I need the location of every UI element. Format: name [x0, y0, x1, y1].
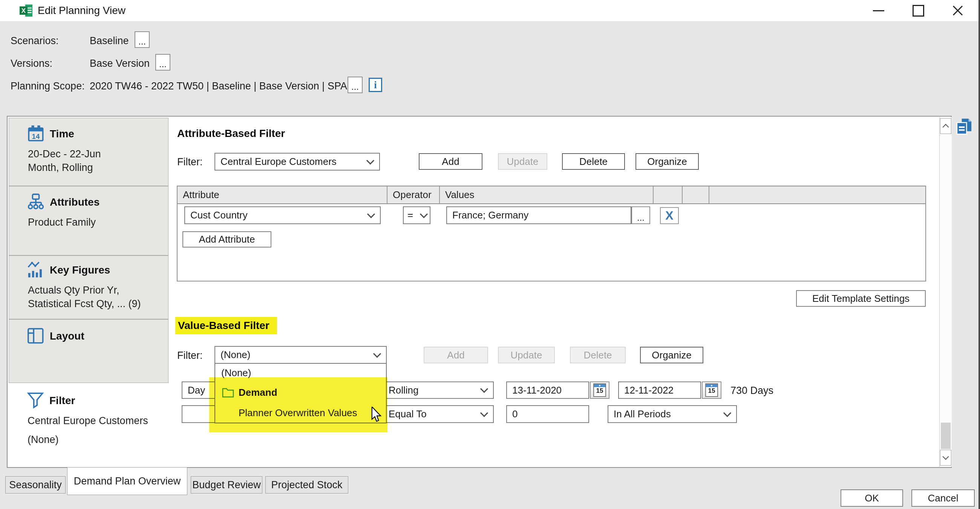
rolling-combobox[interactable]: Rolling — [383, 381, 494, 399]
sidebar-key-figures-line1: Actuals Qty Prior Yr, — [28, 284, 119, 296]
attribute-row-values-input[interactable]: France; Germany — [446, 206, 632, 224]
edit-template-settings-button[interactable]: Edit Template Settings — [796, 290, 926, 307]
vertical-scrollbar[interactable] — [939, 117, 952, 467]
maximize-button[interactable] — [905, 1, 931, 20]
attribute-row-attribute-value: Cust Country — [190, 209, 248, 221]
value-filter-label: Filter: — [177, 349, 203, 362]
sidebar-layout-label: Layout — [50, 330, 84, 342]
attribute-row-operator-value: = — [407, 209, 413, 221]
col-header-empty1 — [654, 187, 682, 203]
sidebar-key-figures-label: Key Figures — [50, 264, 110, 276]
copy-pages-icon[interactable] — [956, 118, 972, 135]
scrollbar-down-button[interactable] — [940, 450, 951, 466]
sidebar-key-figures-line2: Statistical Fcst Qty, ... (9) — [28, 298, 141, 310]
attribute-filter-title: Attribute-Based Filter — [177, 128, 285, 140]
date-to-input[interactable]: 12-11-2022 — [618, 381, 701, 399]
value-add-button: Add — [424, 347, 488, 363]
date-from-value: 13-11-2020 — [512, 385, 562, 396]
sidebar-attributes-line1: Product Family — [28, 217, 96, 228]
chevron-down-icon — [723, 409, 731, 417]
mouse-cursor — [371, 407, 383, 423]
scenarios-value: Baseline — [90, 34, 129, 47]
ok-button[interactable]: OK — [840, 489, 903, 507]
versions-browse-button[interactable]: ... — [155, 54, 170, 70]
window-edge — [978, 0, 980, 509]
versions-value: Base Version — [90, 57, 150, 70]
dropdown-item-demand[interactable]: Demand — [215, 382, 386, 403]
info-icon[interactable]: i — [369, 78, 382, 92]
sidebar-item-attributes[interactable]: Attributes Product Family — [9, 186, 169, 255]
chart-icon — [27, 261, 45, 278]
sidebar-time-label: Time — [50, 128, 74, 140]
sidebar-attributes-label: Attributes — [50, 196, 100, 208]
attribute-row-attribute-combobox[interactable]: Cust Country — [184, 206, 381, 224]
scrollbar-thumb[interactable] — [941, 423, 951, 449]
svg-text:14: 14 — [32, 132, 40, 140]
chevron-down-icon — [420, 210, 428, 218]
sidebar-item-key-figures[interactable]: Key Figures Actuals Qty Prior Yr, Statis… — [9, 255, 169, 319]
chevron-down-icon — [943, 453, 949, 460]
attribute-add-button[interactable]: Add — [419, 153, 482, 170]
sidebar-item-layout[interactable]: Layout — [9, 319, 169, 383]
date-to-calendar-button[interactable]: 15 — [702, 381, 721, 399]
close-icon — [953, 5, 963, 16]
threshold-value: 0 — [512, 408, 517, 420]
date-from-input[interactable]: 13-11-2020 — [506, 381, 589, 399]
attribute-organize-button[interactable]: Organize — [635, 153, 699, 170]
svg-text:X: X — [21, 7, 26, 14]
attribute-table-header: Attribute Operator Values — [178, 187, 925, 204]
period-type-value: Day — [188, 385, 205, 396]
minimize-button[interactable] — [865, 1, 892, 20]
calendar-icon: 14 — [27, 125, 45, 142]
scrollbar-up-button[interactable] — [940, 118, 951, 134]
date-from-calendar-button[interactable]: 15 — [590, 381, 609, 399]
value-update-button: Update — [498, 347, 555, 363]
duration-text: 730 Days — [730, 384, 773, 397]
attribute-row-remove-button[interactable]: X — [660, 207, 679, 224]
calendar-picker-icon: 15 — [705, 383, 718, 397]
funnel-icon — [27, 392, 44, 409]
attribute-delete-button[interactable]: Delete — [562, 153, 625, 170]
dropdown-item-none[interactable]: (None) — [215, 364, 386, 382]
tab-budget-review[interactable]: Budget Review — [191, 476, 262, 493]
sidebar-item-filter[interactable]: Filter Central Europe Customers (None) — [9, 386, 169, 465]
threshold-input[interactable]: 0 — [506, 405, 589, 423]
chevron-up-icon — [943, 124, 949, 130]
sidebar-item-time[interactable]: 14 Time 20-Dec - 22-Jun Month, Rolling — [9, 118, 169, 186]
date-to-value: 12-11-2022 — [624, 385, 674, 396]
value-filter-combobox[interactable]: (None) — [215, 346, 387, 364]
value-filter-combobox-value: (None) — [221, 349, 250, 361]
close-button[interactable] — [945, 1, 971, 20]
sidebar-filter-label: Filter — [49, 395, 75, 407]
minimize-icon — [873, 10, 884, 11]
hierarchy-icon — [27, 193, 45, 211]
cancel-button[interactable]: Cancel — [912, 489, 975, 507]
tab-projected-stock[interactable]: Projected Stock — [266, 476, 348, 493]
tab-seasonality[interactable]: Seasonality — [5, 476, 65, 493]
operator-combobox[interactable]: Equal To — [383, 405, 494, 423]
chevron-down-icon — [366, 156, 374, 164]
sidebar-time-line2: Month, Rolling — [28, 162, 93, 174]
planning-scope-value: 2020 TW46 - 2022 TW50 | Baseline | Base … — [90, 80, 347, 93]
planning-scope-label: Planning Scope: — [11, 80, 85, 93]
planning-scope-browse-button[interactable]: ... — [347, 77, 363, 93]
period-scope-value: In All Periods — [614, 408, 671, 420]
operator-value: Equal To — [388, 408, 427, 420]
attribute-row-operator-combobox[interactable]: = — [403, 206, 430, 224]
dropdown-item-planner-overwritten-values[interactable]: Planner Overwritten Values — [215, 403, 386, 423]
add-attribute-button[interactable]: Add Attribute — [183, 231, 271, 247]
attribute-filter-label: Filter: — [177, 155, 203, 168]
value-filter-title: Value-Based Filter — [178, 319, 269, 332]
attribute-row-browse-button[interactable]: ... — [632, 206, 650, 224]
period-scope-combobox[interactable]: In All Periods — [608, 405, 737, 423]
value-organize-button[interactable]: Organize — [640, 347, 703, 363]
scenarios-browse-button[interactable]: ... — [135, 31, 150, 48]
chevron-down-icon — [480, 409, 488, 417]
scenarios-label: Scenarios: — [11, 34, 59, 47]
tab-demand-plan-overview[interactable]: Demand Plan Overview — [67, 468, 187, 495]
col-header-empty3 — [710, 187, 925, 203]
attribute-filter-combobox[interactable]: Central Europe Customers — [215, 153, 380, 171]
sidebar-filter-line1: Central Europe Customers — [27, 415, 148, 427]
attribute-filter-combobox-value: Central Europe Customers — [221, 156, 337, 168]
dropdown-item-demand-label: Demand — [239, 387, 277, 399]
